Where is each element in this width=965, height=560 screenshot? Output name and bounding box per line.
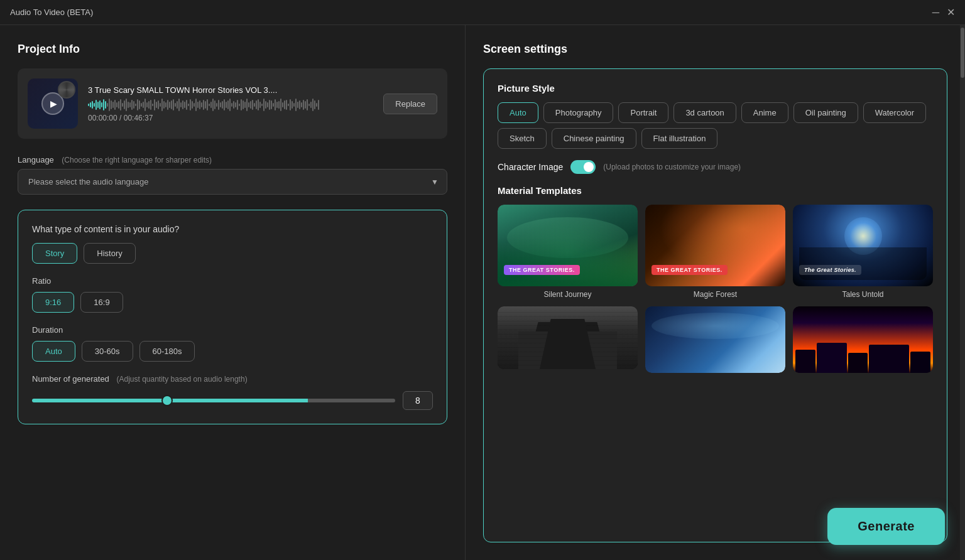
scrollbar[interactable] <box>960 25 965 560</box>
language-select[interactable]: Please select the audio language <box>18 169 447 195</box>
audio-thumbnail: ▶ <box>28 78 78 129</box>
character-image-label: Character Image <box>498 162 563 172</box>
style-3d-cartoon[interactable]: 3d cartoon <box>673 102 736 123</box>
template-grid: THE GREAT STORIES. Silent Journey THE GR… <box>498 205 933 373</box>
template-blue-img <box>645 306 785 369</box>
generated-slider-row: 8 <box>32 391 433 410</box>
template-city[interactable] <box>793 306 933 373</box>
generate-button[interactable]: Generate <box>827 508 945 545</box>
duration-group: Auto 30-60s 60-180s <box>32 341 433 362</box>
content-type-box: What type of content is in your audio? S… <box>18 210 447 424</box>
title-bar: Audio To Video (BETA) ─ ✕ <box>0 0 965 25</box>
audio-title: 3 True Scary SMALL TOWN Horror Stories V… <box>88 85 327 95</box>
ratio-section: Ratio 9:16 16:9 <box>32 276 433 313</box>
character-image-row: Character Image (Upload photos to custom… <box>498 160 933 174</box>
duration-30-60[interactable]: 30-60s <box>82 341 133 362</box>
style-flat-illustration[interactable]: Flat illustration <box>641 128 718 149</box>
duration-label: Duration <box>32 325 433 335</box>
tag-story[interactable]: Story <box>32 243 77 264</box>
character-image-toggle[interactable] <box>570 160 596 174</box>
picture-style-grid: Auto Photography Portrait 3d cartoon Ani… <box>498 102 933 149</box>
screen-settings-title: Screen settings <box>483 43 947 56</box>
left-panel: Project Info ▶ 3 True Scary SMALL TOWN H… <box>0 25 465 560</box>
silent-journey-badge: THE GREAT STORIES. <box>504 265 580 275</box>
duration-section: Duration Auto 30-60s 60-180s <box>32 325 433 362</box>
material-templates-title: Material Templates <box>498 185 933 196</box>
template-tales-img: The Great Stories. <box>793 205 933 286</box>
language-select-wrap: Please select the audio language ▼ <box>18 169 447 195</box>
vinyl-icon <box>58 81 75 99</box>
template-silent-journey[interactable]: THE GREAT STORIES. Silent Journey <box>498 205 638 299</box>
app-title: Audio To Video (BETA) <box>10 8 93 17</box>
project-card: ▶ 3 True Scary SMALL TOWN Horror Stories… <box>18 68 447 139</box>
magic-forest-badge: THE GREAT STORIES. <box>652 265 728 275</box>
style-sketch[interactable]: Sketch <box>498 128 547 149</box>
style-oil-painting[interactable]: Oil painting <box>793 102 858 123</box>
silent-journey-label: Silent Journey <box>498 290 638 299</box>
tag-history[interactable]: History <box>84 243 135 264</box>
magic-forest-label: Magic Forest <box>645 290 785 299</box>
template-dark-img <box>498 306 638 369</box>
template-silent-img: THE GREAT STORIES. <box>498 205 638 286</box>
style-portrait[interactable]: Portrait <box>618 102 668 123</box>
content-type-question: What type of content is in your audio? <box>32 224 433 234</box>
window-controls: ─ ✕ <box>932 8 955 18</box>
picture-style-title: Picture Style <box>498 83 933 94</box>
style-anime[interactable]: Anime <box>741 102 788 123</box>
duration-60-180[interactable]: 60-180s <box>139 341 195 362</box>
style-watercolor[interactable]: Watercolor <box>863 102 926 123</box>
template-dark[interactable] <box>498 306 638 373</box>
project-info-title: Project Info <box>18 43 447 56</box>
scrollbar-thumb[interactable] <box>961 28 964 78</box>
generated-slider[interactable] <box>32 399 395 402</box>
close-button[interactable]: ✕ <box>947 8 955 18</box>
template-tales-untold[interactable]: The Great Stories. Tales Untold <box>793 205 933 299</box>
language-label: Language (Choose the right language for … <box>18 154 447 165</box>
template-magic-forest[interactable]: THE GREAT STORIES. Magic Forest <box>645 205 785 299</box>
right-panel: Screen settings Picture Style Auto Photo… <box>466 25 960 560</box>
ratio-label: Ratio <box>32 276 433 286</box>
ratio-group: 9:16 16:9 <box>32 292 433 313</box>
toggle-knob <box>584 162 594 172</box>
replace-button[interactable]: Replace <box>383 94 437 114</box>
tales-untold-badge: The Great Stories. <box>799 265 861 275</box>
waveform: // Generate waveform bars inline (functi… <box>88 99 373 111</box>
generate-button-wrap: Generate <box>827 508 945 545</box>
minimize-button[interactable]: ─ <box>932 8 939 18</box>
duration-auto[interactable]: Auto <box>32 341 75 362</box>
style-chinese-painting[interactable]: Chinese painting <box>552 128 636 149</box>
generated-section: Number of generated (Adjust quantity bas… <box>32 374 433 410</box>
character-image-hint: (Upload photos to customize your image) <box>603 163 741 171</box>
generated-label: Number of generated (Adjust quantity bas… <box>32 374 433 384</box>
style-photography[interactable]: Photography <box>543 102 614 123</box>
template-blue[interactable] <box>645 306 785 373</box>
audio-time: 00:00:00 / 00:46:37 <box>88 114 373 122</box>
content-type-group: Story History <box>32 243 433 264</box>
generated-value: 8 <box>403 391 433 410</box>
tales-untold-label: Tales Untold <box>793 290 933 299</box>
template-magic-img: THE GREAT STORIES. <box>645 205 785 286</box>
ratio-916[interactable]: 9:16 <box>32 292 74 313</box>
audio-info: 3 True Scary SMALL TOWN Horror Stories V… <box>88 85 373 122</box>
style-auto[interactable]: Auto <box>498 102 538 123</box>
main-layout: Project Info ▶ 3 True Scary SMALL TOWN H… <box>0 25 965 560</box>
ratio-169[interactable]: 16:9 <box>80 292 123 313</box>
screen-settings-box: Picture Style Auto Photography Portrait … <box>483 68 947 542</box>
template-city-img <box>793 306 933 369</box>
play-icon: ▶ <box>50 99 57 109</box>
